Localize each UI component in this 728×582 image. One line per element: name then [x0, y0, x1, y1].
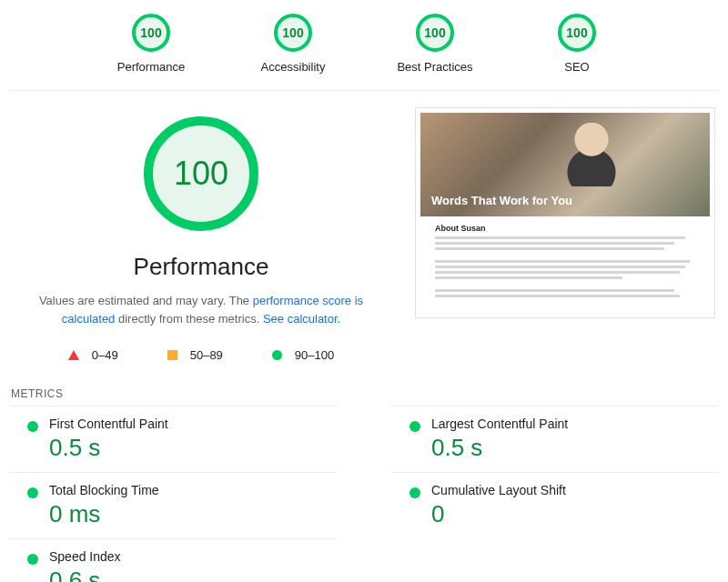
- score-label: Best Practices: [397, 60, 472, 74]
- score-pill-performance[interactable]: 100 Performance: [101, 13, 201, 74]
- thumbnail-section-title: About Susan: [435, 224, 695, 233]
- metric-lcp[interactable]: Largest Contentful Paint 0.5 s: [391, 406, 719, 472]
- subtext-part: Values are estimated and may vary. The: [39, 294, 253, 307]
- metrics-grid: First Contentful Paint 0.5 s Largest Con…: [9, 406, 719, 582]
- page-screenshot-thumbnail: Words That Work for You About Susan: [415, 107, 715, 318]
- category-score-row: 100 Performance 100 Accessibility 100 Be…: [9, 7, 719, 86]
- status-dot-icon: [27, 421, 38, 432]
- metric-cls[interactable]: Cumulative Layout Shift 0: [391, 472, 719, 538]
- gauge-icon: 100: [415, 13, 455, 53]
- metric-name: Cumulative Layout Shift: [431, 484, 566, 497]
- performance-title: Performance: [134, 253, 269, 281]
- metric-name: Largest Contentful Paint: [431, 417, 568, 430]
- metric-value: 0.5 s: [431, 436, 568, 459]
- score-label: SEO: [564, 60, 589, 74]
- status-dot-icon: [27, 554, 38, 565]
- metric-value: 0: [431, 502, 566, 526]
- metric-si[interactable]: Speed Index 0.6 s: [9, 538, 337, 582]
- metric-value: 0.6 s: [49, 568, 121, 582]
- metric-name: Speed Index: [49, 550, 121, 563]
- gauge-icon: 100: [557, 13, 597, 53]
- score-pill-seo[interactable]: 100 SEO: [527, 13, 627, 74]
- metric-name: First Contentful Paint: [49, 417, 168, 430]
- square-icon: [167, 350, 177, 360]
- triangle-icon: [68, 350, 79, 360]
- score-pill-best-practices[interactable]: 100 Best Practices: [385, 13, 485, 74]
- score-label: Accessibility: [261, 60, 326, 74]
- legend-item-low: 0–49: [68, 348, 118, 362]
- score-pill-accessibility[interactable]: 100 Accessibility: [243, 13, 343, 74]
- thumbnail-body: About Susan: [420, 216, 710, 313]
- status-dot-icon: [410, 421, 420, 432]
- circle-icon: [272, 350, 282, 360]
- metric-name: Total Blocking Time: [49, 484, 159, 497]
- legend-label: 90–100: [295, 348, 334, 362]
- thumbnail-hero-title: Words That Work for You: [431, 194, 572, 207]
- gauge-icon: 100: [131, 13, 171, 53]
- metric-tbt[interactable]: Total Blocking Time 0 ms: [9, 472, 337, 538]
- legend-label: 0–49: [92, 348, 118, 362]
- legend-label: 50–89: [190, 348, 223, 362]
- metric-value: 0 ms: [49, 502, 159, 526]
- score-legend: 0–49 50–89 90–100: [68, 348, 334, 362]
- gauge-value: 100: [131, 13, 171, 53]
- legend-item-mid: 50–89: [167, 348, 223, 362]
- gauge-value: 100: [415, 13, 455, 53]
- legend-item-high: 90–100: [272, 348, 334, 362]
- score-label: Performance: [117, 60, 185, 74]
- performance-gauge-icon: 100: [140, 113, 262, 235]
- thumbnail-hero: Words That Work for You: [420, 113, 710, 216]
- gauge-icon: 100: [273, 13, 313, 53]
- see-calculator-link[interactable]: See calculator.: [263, 312, 340, 326]
- metric-value: 0.5 s: [49, 436, 168, 459]
- status-dot-icon: [27, 487, 38, 498]
- divider: [9, 90, 719, 91]
- performance-gauge-value: 100: [140, 113, 262, 235]
- metric-fcp[interactable]: First Contentful Paint 0.5 s: [9, 406, 337, 472]
- status-dot-icon: [410, 487, 420, 498]
- metrics-heading: METRICS: [11, 387, 719, 400]
- subtext-part: directly from these metrics.: [115, 312, 263, 326]
- gauge-value: 100: [557, 13, 597, 53]
- gauge-value: 100: [273, 13, 313, 53]
- performance-subtext: Values are estimated and may vary. The p…: [13, 292, 389, 328]
